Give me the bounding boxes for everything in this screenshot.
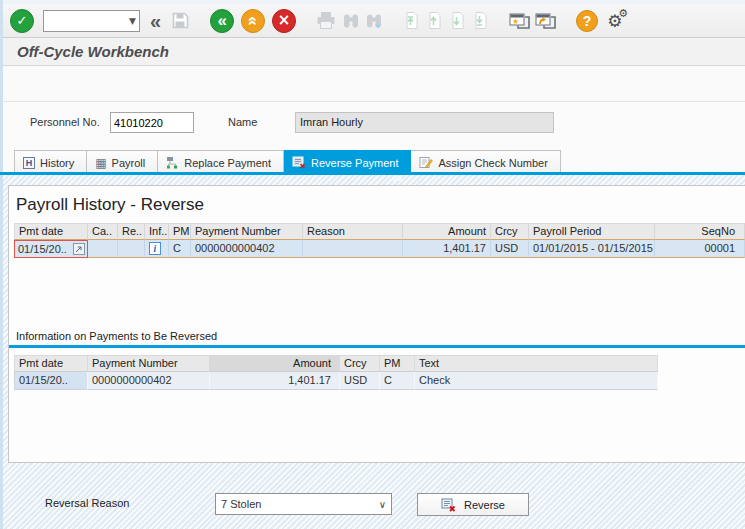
- cell-payment-number[interactable]: 0000000000402: [88, 372, 210, 390]
- personnel-no-label: Personnel No.: [30, 116, 100, 128]
- col-header-seqno[interactable]: SeqNo: [655, 223, 745, 240]
- table-header-row: Pmt date Payment Number Amount Crcy PM T…: [14, 355, 659, 372]
- calculator-icon: ▦: [95, 156, 106, 170]
- reversed-section-title: Information on Payments to Be Reversed: [9, 330, 745, 345]
- col-header-pm[interactable]: PM: [169, 223, 191, 240]
- col-header-inf[interactable]: Inf..: [145, 223, 169, 240]
- selected-tab-notch: [392, 175, 404, 181]
- replace-payment-icon: [166, 156, 179, 169]
- command-dropdown-icon[interactable]: ▼: [129, 16, 136, 26]
- cell-pm[interactable]: C: [380, 372, 415, 390]
- previous-page-icon[interactable]: [426, 11, 443, 30]
- col-header-amount[interactable]: Amount: [210, 355, 340, 372]
- collapse-chevrons-icon[interactable]: «: [150, 11, 161, 31]
- payments-to-be-reversed-table: Pmt date Payment Number Amount Crcy PM T…: [14, 355, 659, 390]
- reverse-payment-icon: [292, 156, 306, 169]
- reversal-reason-value: 7 Stolen: [221, 498, 261, 510]
- assign-check-icon: [419, 156, 433, 169]
- exit-up-icon: «: [243, 16, 263, 25]
- cell-pmt-date[interactable]: 01/15/20..: [14, 240, 88, 258]
- tab-label: Replace Payment: [184, 157, 271, 169]
- reverse-payment-panel: Payroll History - Reverse Pmt date Ca.. …: [8, 185, 745, 463]
- col-header-pm[interactable]: PM: [380, 355, 415, 372]
- title-bar: Off-Cycle Workbench: [3, 38, 745, 66]
- section-title: Payroll History - Reverse: [9, 186, 745, 223]
- col-header-pmt-date[interactable]: Pmt date: [14, 223, 88, 240]
- save-icon[interactable]: [171, 11, 190, 30]
- header-fields-area: Personnel No. Name Imran Hourly H Histor…: [3, 102, 745, 175]
- reversal-reason-label: Reversal Reason: [45, 497, 129, 509]
- reversal-reason-select[interactable]: 7 Stolen ∨: [215, 493, 392, 515]
- section-accent-line: [9, 345, 745, 348]
- cell-crcy[interactable]: USD: [340, 372, 380, 390]
- new-session-icon[interactable]: ★: [509, 13, 530, 29]
- create-shortcut-icon[interactable]: [535, 13, 556, 29]
- footer-controls: Reversal Reason 7 Stolen ∨ Reverse: [3, 491, 745, 517]
- col-header-payment-number[interactable]: Payment Number: [88, 355, 210, 372]
- name-label: Name: [228, 116, 257, 128]
- command-field[interactable]: ▼: [43, 10, 140, 32]
- reverse-button-label: Reverse: [464, 499, 505, 511]
- next-page-icon[interactable]: [449, 11, 466, 30]
- tab-label: Reverse Payment: [311, 157, 398, 169]
- cell-re[interactable]: [118, 240, 145, 258]
- question-icon: ?: [583, 13, 592, 29]
- cell-payment-number[interactable]: 0000000000402: [191, 240, 303, 258]
- customize-layout-icon[interactable]: ⚙⚙: [607, 11, 622, 31]
- col-header-payment-number[interactable]: Payment Number: [191, 223, 303, 240]
- check-icon: ✓: [17, 14, 28, 27]
- cell-amount[interactable]: 1,401.17: [403, 240, 491, 258]
- first-page-icon[interactable]: [403, 11, 420, 30]
- exit-button[interactable]: «: [241, 9, 265, 33]
- table-header-row: Pmt date Ca.. Re.. Inf.. PM Payment Numb…: [14, 223, 745, 240]
- cell-inf[interactable]: i: [145, 240, 169, 258]
- tab-label: History: [40, 157, 74, 169]
- col-header-payroll-period[interactable]: Payroll Period: [529, 223, 655, 240]
- cancel-x-icon: ×: [278, 13, 291, 28]
- col-header-text[interactable]: Text: [415, 355, 658, 372]
- cell-payroll-period[interactable]: 01/01/2015 - 01/15/2015: [529, 240, 655, 258]
- history-icon: H: [23, 157, 35, 169]
- col-header-ca[interactable]: Ca..: [88, 223, 118, 240]
- cell-crcy[interactable]: USD: [491, 240, 529, 258]
- col-header-re[interactable]: Re..: [118, 223, 145, 240]
- svg-text:★: ★: [512, 17, 519, 26]
- cell-pm[interactable]: C: [169, 240, 191, 258]
- cell-amount[interactable]: 1,401.17: [210, 372, 340, 390]
- page-title: Off-Cycle Workbench: [17, 43, 169, 60]
- pmt-date-value: 01/15/20..: [18, 241, 67, 258]
- find-icon[interactable]: [342, 12, 360, 30]
- last-page-icon[interactable]: [472, 11, 489, 30]
- find-next-icon[interactable]: [365, 12, 383, 30]
- col-header-amount[interactable]: Amount: [403, 223, 491, 240]
- col-header-crcy[interactable]: Crcy: [340, 355, 380, 372]
- cell-pmt-date[interactable]: 01/15/20..: [14, 372, 88, 390]
- personnel-no-input[interactable]: [110, 112, 194, 133]
- cell-reason[interactable]: [303, 240, 403, 258]
- info-icon[interactable]: i: [149, 242, 161, 255]
- cell-seqno[interactable]: 00001: [655, 240, 745, 258]
- name-field: Imran Hourly: [295, 112, 554, 133]
- value-help-icon[interactable]: [73, 243, 85, 255]
- payroll-history-table: Pmt date Ca.. Re.. Inf.. PM Payment Numb…: [14, 223, 745, 258]
- table-row[interactable]: 01/15/20.. i C 0000000000402 1,401.17 US…: [14, 240, 745, 258]
- tab-label: Payroll: [112, 157, 146, 169]
- help-button[interactable]: ?: [576, 10, 598, 32]
- back-icon: «: [217, 11, 226, 31]
- cancel-button[interactable]: ×: [272, 9, 296, 33]
- print-icon[interactable]: [316, 11, 336, 30]
- reverse-button[interactable]: Reverse: [417, 493, 529, 516]
- col-header-pmt-date[interactable]: Pmt date: [14, 355, 88, 372]
- reverse-button-icon: [441, 498, 456, 512]
- col-header-reason[interactable]: Reason: [303, 223, 403, 240]
- table-row[interactable]: 01/15/20.. 0000000000402 1,401.17 USD C …: [14, 372, 659, 390]
- application-toolbar: [3, 66, 745, 102]
- col-header-crcy[interactable]: Crcy: [491, 223, 529, 240]
- enter-button[interactable]: ✓: [10, 9, 34, 33]
- reversed-section-header: Information on Payments to Be Reversed: [9, 330, 745, 348]
- back-button[interactable]: «: [210, 9, 234, 33]
- chevron-down-icon: ∨: [379, 499, 386, 510]
- command-input[interactable]: [44, 12, 124, 30]
- cell-text[interactable]: Check: [415, 372, 658, 390]
- cell-ca[interactable]: [88, 240, 118, 258]
